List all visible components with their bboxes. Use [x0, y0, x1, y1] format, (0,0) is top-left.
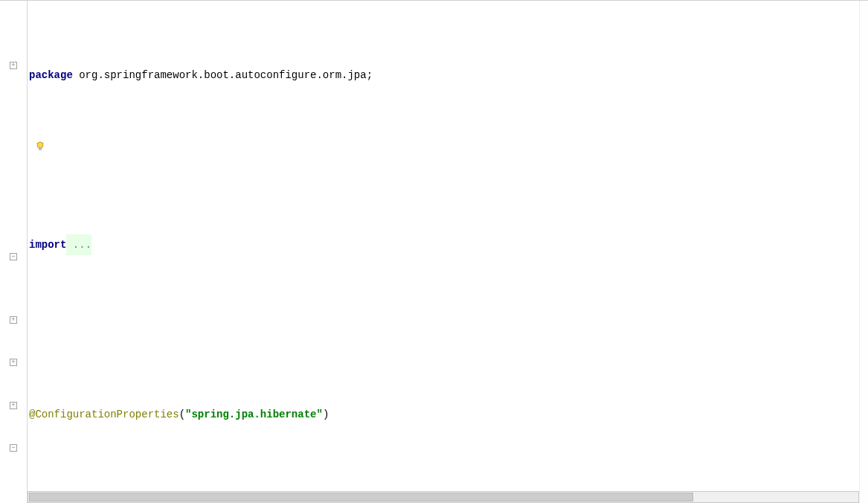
fold-toggle-m1[interactable]: + [0, 310, 27, 330]
fold-toggle-import[interactable]: + [0, 55, 27, 76]
import-fold-ellipsis[interactable]: ... [66, 234, 91, 256]
fold-toggle-m2[interactable]: + [0, 352, 27, 373]
fold-toggle-m4[interactable]: − [0, 438, 27, 458]
fold-toggle-ctor[interactable]: − [0, 246, 27, 267]
horizontal-scrollbar[interactable] [28, 491, 859, 503]
code-line[interactable]: @ConfigurationProperties("spring.jpa.hib… [28, 404, 859, 426]
fold-toggle-m3[interactable]: + [0, 395, 27, 416]
code-line[interactable]: import ... [28, 234, 859, 256]
code-line[interactable] [28, 319, 859, 341]
keyword-import: import [29, 234, 66, 256]
package-path: org.springframework.boot.autoconfigure.o… [73, 65, 373, 86]
scrollbar-thumb[interactable] [29, 493, 693, 502]
code-line[interactable] [28, 150, 859, 171]
annotation-value: "spring.jpa.hibernate" [185, 404, 323, 426]
keyword-package: package [29, 65, 73, 86]
annotation: @ConfigurationProperties [29, 404, 179, 426]
code-area[interactable]: package org.springframework.boot.autocon… [28, 1, 859, 503]
error-stripe[interactable] [859, 1, 868, 503]
code-line[interactable]: package org.springframework.boot.autocon… [28, 65, 859, 86]
gutter: + − + + + − [0, 1, 28, 503]
editor: + − + + + − package org.springframework.… [0, 0, 868, 503]
